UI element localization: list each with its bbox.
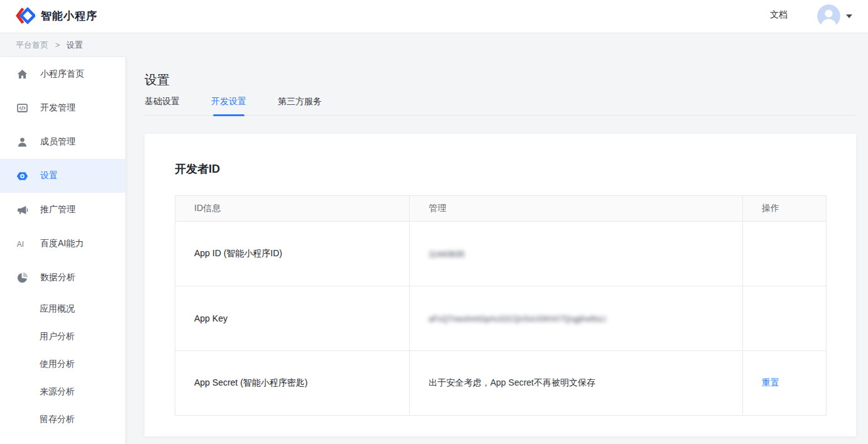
tab-1[interactable]: 开发设置 (211, 95, 246, 115)
sidebar-item-label: 百度AI能力 (40, 238, 84, 249)
id-info-cell: App Key (175, 286, 410, 351)
ai-icon: AI (16, 237, 28, 250)
action-cell (743, 222, 827, 286)
table-row: App ID (智能小程序ID) 11443635 (175, 222, 827, 286)
page-title: 设置 (145, 72, 170, 89)
home-icon (16, 68, 28, 80)
sidebar-item-ai[interactable]: AI 百度AI能力 (0, 227, 125, 261)
sidebar-item-code[interactable]: 开发管理 (0, 91, 125, 125)
value-cell: 11443635 (410, 222, 743, 286)
settings-icon (16, 170, 28, 182)
sidebar-subitem[interactable]: 应用概况 (0, 295, 125, 322)
sidebar-subitem[interactable]: 留存分析 (0, 405, 125, 433)
sidebar-item-label: 数据分析 (40, 272, 75, 283)
sidebar-item-pie-chart[interactable]: 数据分析 (0, 261, 125, 295)
id-info-cell: App ID (智能小程序ID) (175, 222, 410, 286)
table-header-row: ID信息管理操作 (175, 196, 827, 222)
sidebar-item-member[interactable]: 成员管理 (0, 125, 125, 159)
app-screen: 智能小程序 文档 平台首页 > 设置 小程序首页 开发管理 成员管理 设置 (0, 0, 868, 444)
breadcrumb-current: 设置 (67, 40, 83, 50)
breadcrumb-home[interactable]: 平台首页 (16, 40, 48, 50)
table-row: App Secret (智能小程序密匙) 出于安全考虑，App Secret不再… (175, 351, 827, 416)
developer-id-table: ID信息管理操作 App ID (智能小程序ID) 11443635 App K… (175, 195, 827, 416)
action-cell: 重置 (743, 351, 827, 416)
table-column-header: ID信息 (175, 196, 410, 222)
sidebar: 小程序首页 开发管理 成员管理 设置 推广管理 AI 百度AI能力 数据分析 应… (0, 57, 125, 444)
sidebar-subnav: 应用概况 用户分析 使用分析 来源分析 留存分析 (0, 295, 125, 433)
table-row: App Key aFsQ7nwshmtGpAs32CQnSxUGKhX7Qsgj… (175, 286, 827, 351)
brand-logo-icon (15, 6, 35, 25)
action-cell (743, 286, 827, 351)
developer-id-card: 开发者ID ID信息管理操作 App ID (智能小程序ID) 11443635… (145, 134, 856, 436)
settings-tabs: 基础设置 开发设置 第三方服务 (145, 95, 856, 116)
table-column-header: 管理 (410, 196, 743, 222)
sidebar-item-label: 开发管理 (40, 102, 75, 114)
table-column-header: 操作 (743, 196, 827, 222)
tab-0[interactable]: 基础设置 (145, 95, 180, 115)
sidebar-item-label: 推广管理 (40, 204, 75, 215)
svg-text:AI: AI (16, 239, 23, 248)
chevron-down-icon[interactable] (846, 14, 852, 21)
value-cell: aFsQ7nwshmtGpAs32CQnSxUGKhX7QsgjKw9sLt (410, 286, 743, 351)
breadcrumb: 平台首页 > 设置 (0, 33, 83, 57)
sidebar-item-settings[interactable]: 设置 (0, 159, 125, 193)
breadcrumb-separator: > (55, 40, 60, 50)
sidebar-nav: 小程序首页 开发管理 成员管理 设置 推广管理 AI 百度AI能力 数据分析 (0, 57, 125, 295)
sidebar-item-megaphone[interactable]: 推广管理 (0, 193, 125, 227)
sidebar-item-home[interactable]: 小程序首页 (0, 57, 125, 91)
sidebar-subitem[interactable]: 使用分析 (0, 350, 125, 377)
member-icon (16, 136, 28, 148)
pie-chart-icon (16, 271, 28, 284)
value-cell: 出于安全考虑，App Secret不再被明文保存 (410, 351, 743, 416)
brand-title: 智能小程序 (41, 9, 97, 23)
id-info-cell: App Secret (智能小程序密匙) (175, 351, 410, 416)
sidebar-subitem[interactable]: 来源分析 (0, 377, 125, 405)
sidebar-item-label: 小程序首页 (40, 68, 84, 80)
top-header: 智能小程序 文档 (0, 0, 868, 33)
brand[interactable]: 智能小程序 (15, 6, 97, 25)
user-avatar-icon[interactable] (817, 4, 840, 28)
sidebar-subitem[interactable]: 用户分析 (0, 322, 125, 350)
reset-link[interactable]: 重置 (762, 377, 779, 387)
docs-link[interactable]: 文档 (770, 9, 788, 21)
sidebar-item-label: 设置 (40, 170, 58, 181)
tab-2[interactable]: 第三方服务 (278, 95, 322, 115)
card-title: 开发者ID (175, 161, 856, 176)
sidebar-item-label: 成员管理 (40, 136, 75, 148)
megaphone-icon (16, 203, 28, 216)
code-icon (16, 102, 28, 114)
